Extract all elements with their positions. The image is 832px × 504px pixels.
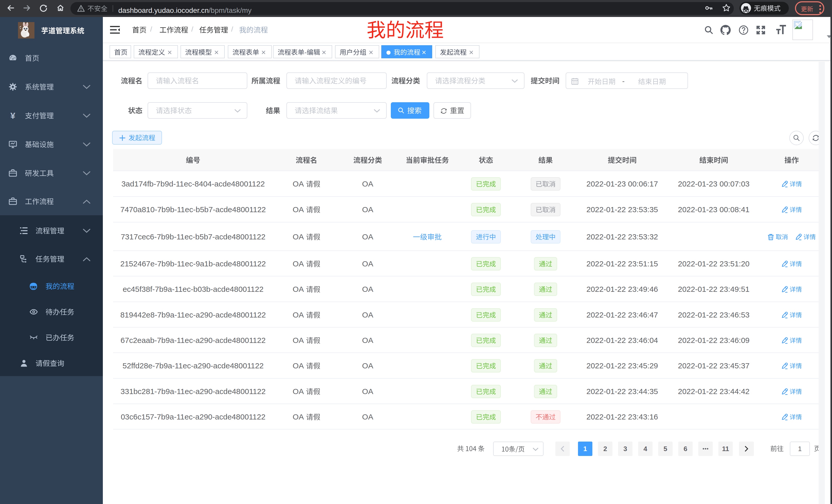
svg-text:¥: ¥ — [10, 111, 16, 120]
